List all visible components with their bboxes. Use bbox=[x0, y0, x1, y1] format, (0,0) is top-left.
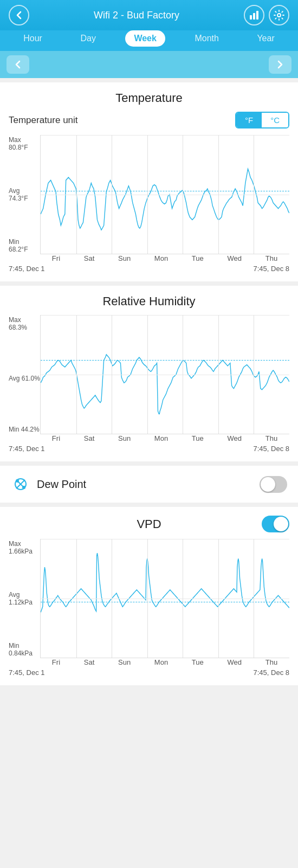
humidity-max-label: Max 68.3% bbox=[9, 316, 40, 331]
dew-point-section: Dew Point bbox=[0, 466, 298, 503]
page-title: Wifi 2 - Bud Factory bbox=[94, 10, 179, 21]
vpd-day-labels: Fri Sat Sun Mon Tue Wed Thu bbox=[40, 658, 289, 666]
hum-day-fri: Fri bbox=[52, 434, 60, 442]
day-sun: Sun bbox=[118, 254, 131, 262]
unit-row: Temperature unit °F °C bbox=[9, 112, 289, 128]
temp-date-start: 7:45, Dec 1 bbox=[9, 265, 45, 273]
vpd-day-wed: Wed bbox=[228, 658, 242, 666]
chart-button[interactable] bbox=[244, 5, 264, 25]
humidity-chart-wrapper: Max 68.3% Avg 61.0% Min 44.2% bbox=[9, 315, 289, 434]
svg-point-8 bbox=[22, 486, 25, 489]
header: Wifi 2 - Bud Factory bbox=[0, 0, 298, 30]
temp-date-end: 7:45, Dec 8 bbox=[254, 265, 290, 273]
day-mon: Mon bbox=[154, 254, 168, 262]
hum-day-wed: Wed bbox=[228, 434, 242, 442]
vpd-date-end: 7:45, Dec 8 bbox=[254, 668, 290, 677]
svg-point-3 bbox=[277, 14, 281, 17]
humidity-avg-label: Avg 61.0% bbox=[9, 375, 40, 382]
vpd-avg-label: Avg 1.12kPa bbox=[9, 591, 40, 606]
vpd-min-label: Min 0.84kPa bbox=[9, 642, 40, 657]
temp-y-labels: Max 80.8°F Avg 74.3°F Min 68.2°F bbox=[9, 135, 40, 254]
humidity-day-labels: Fri Sat Sun Mon Tue Wed Thu bbox=[40, 434, 289, 442]
vpd-max-label: Max 1.66kPa bbox=[9, 540, 40, 555]
vpd-chart bbox=[40, 539, 289, 658]
tab-month[interactable]: Month bbox=[186, 30, 227, 47]
temp-min-label: Min 68.2°F bbox=[9, 238, 40, 253]
back-button[interactable] bbox=[9, 5, 29, 25]
vpd-title: VPD bbox=[36, 517, 262, 531]
humidity-date-end: 7:45, Dec 8 bbox=[254, 445, 290, 453]
humidity-min-label: Min 44.2% bbox=[9, 426, 40, 433]
vpd-toggle[interactable] bbox=[262, 516, 289, 532]
humidity-title: Relative Humidity bbox=[9, 294, 289, 308]
vpd-date-start: 7:45, Dec 1 bbox=[9, 668, 45, 677]
hum-day-tue: Tue bbox=[192, 434, 204, 442]
temperature-section: Temperature Temperature unit °F °C Max 8… bbox=[0, 82, 298, 281]
day-thu: Thu bbox=[265, 254, 277, 262]
vpd-y-labels: Max 1.66kPa Avg 1.12kPa Min 0.84kPa bbox=[9, 539, 40, 658]
unit-f-button[interactable]: °F bbox=[236, 113, 262, 127]
tab-year[interactable]: Year bbox=[248, 30, 283, 47]
vpd-date-range: 7:45, Dec 1 7:45, Dec 8 bbox=[9, 668, 289, 677]
vpd-toggle-knob bbox=[274, 517, 288, 531]
nav-row bbox=[0, 51, 298, 78]
settings-button[interactable] bbox=[269, 5, 289, 25]
temp-max-label: Max 80.8°F bbox=[9, 136, 40, 151]
dew-point-icon bbox=[11, 474, 30, 494]
vpd-day-mon: Mon bbox=[154, 658, 168, 666]
hum-day-sun: Sun bbox=[118, 434, 131, 442]
temperature-title: Temperature bbox=[9, 91, 289, 105]
unit-toggle[interactable]: °F °C bbox=[235, 112, 289, 128]
dew-point-label: Dew Point bbox=[37, 478, 253, 491]
vpd-header: VPD bbox=[9, 516, 289, 532]
hum-day-thu: Thu bbox=[265, 434, 277, 442]
vpd-day-sat: Sat bbox=[84, 658, 95, 666]
vpd-day-tue: Tue bbox=[192, 658, 204, 666]
temp-avg-label: Avg 74.3°F bbox=[9, 187, 40, 202]
vpd-day-sun: Sun bbox=[118, 658, 131, 666]
header-actions bbox=[244, 5, 289, 25]
day-sat: Sat bbox=[84, 254, 95, 262]
vpd-day-fri: Fri bbox=[52, 658, 60, 666]
vpd-chart-wrapper: Max 1.66kPa Avg 1.12kPa Min 0.84kPa bbox=[9, 539, 289, 658]
tab-bar: Hour Day Week Month Year bbox=[0, 30, 298, 51]
prev-button[interactable] bbox=[7, 55, 29, 74]
svg-rect-2 bbox=[256, 11, 258, 20]
unit-c-button[interactable]: °C bbox=[262, 113, 288, 127]
svg-rect-1 bbox=[253, 13, 255, 20]
svg-point-7 bbox=[16, 479, 19, 483]
temperature-chart bbox=[40, 135, 289, 254]
hum-day-mon: Mon bbox=[154, 434, 168, 442]
humidity-date-start: 7:45, Dec 1 bbox=[9, 445, 45, 453]
hum-day-sat: Sat bbox=[84, 434, 95, 442]
dew-point-toggle-knob bbox=[261, 477, 275, 492]
tab-hour[interactable]: Hour bbox=[15, 30, 51, 47]
day-tue: Tue bbox=[192, 254, 204, 262]
vpd-section: VPD Max 1.66kPa Avg 1.12kPa Min 0.84kPa bbox=[0, 507, 298, 685]
svg-rect-0 bbox=[250, 15, 252, 20]
temp-day-labels: Fri Sat Sun Mon Tue Wed Thu bbox=[40, 254, 289, 262]
day-fri: Fri bbox=[52, 254, 60, 262]
tab-day[interactable]: Day bbox=[72, 30, 104, 47]
temperature-chart-wrapper: Max 80.8°F Avg 74.3°F Min 68.2°F bbox=[9, 135, 289, 254]
day-wed: Wed bbox=[228, 254, 242, 262]
humidity-date-range: 7:45, Dec 1 7:45, Dec 8 bbox=[9, 445, 289, 453]
temp-date-range: 7:45, Dec 1 7:45, Dec 8 bbox=[9, 265, 289, 273]
dew-point-toggle[interactable] bbox=[260, 476, 287, 493]
humidity-section: Relative Humidity Max 68.3% Avg 61.0% Mi… bbox=[0, 286, 298, 461]
next-button[interactable] bbox=[269, 55, 291, 74]
unit-label: Temperature unit bbox=[9, 115, 78, 126]
vpd-day-thu: Thu bbox=[265, 658, 277, 666]
humidity-y-labels: Max 68.3% Avg 61.0% Min 44.2% bbox=[9, 315, 40, 434]
humidity-chart bbox=[40, 315, 289, 434]
tab-week[interactable]: Week bbox=[125, 30, 165, 47]
